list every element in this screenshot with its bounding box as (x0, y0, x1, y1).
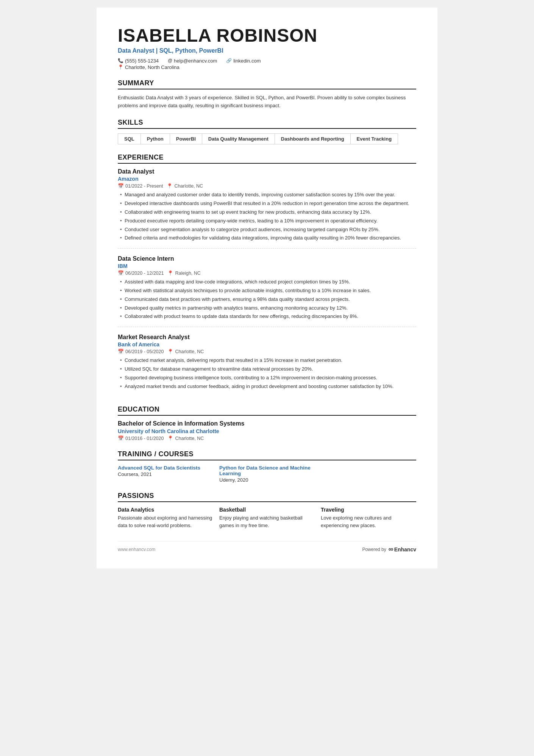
company-boa: Bank of America (118, 341, 416, 347)
location-icon-amazon: 📍 (167, 183, 173, 189)
training-title-1: Advanced SQL for Data Scientists (118, 465, 213, 471)
enhancv-logo-icon: ∞ (389, 545, 393, 553)
contact-row-1: 📞 (555) 555-1234 @ help@enhancv.com 🔗 li… (118, 58, 416, 64)
amazon-location: Charlotte, NC (174, 183, 203, 189)
skills-list: SQL Python PowerBI Data Quality Manageme… (118, 133, 398, 144)
training-item-1: Advanced SQL for Data Scientists Courser… (118, 465, 213, 483)
training-title-2: Python for Data Science and Machine Lear… (219, 465, 315, 476)
company-ibm: IBM (118, 263, 416, 269)
training-title: TRAINING / COURSES (118, 450, 416, 460)
job-amazon: Data Analyst Amazon 📅 01/2022 - Present … (118, 168, 416, 249)
ibm-bullet-2: Worked with statistical analysis techniq… (119, 287, 416, 295)
linkedin-url: linkedin.com (233, 58, 261, 64)
passions-title: PASSIONS (118, 492, 416, 502)
passion-text-1: Passionate about exploring and harnessin… (118, 514, 213, 529)
job-ibm: Data Science Intern IBM 📅 06/2020 - 12/2… (118, 255, 416, 327)
link-icon: 🔗 (226, 58, 232, 63)
amazon-bullet-4: Produced executive reports detailing com… (119, 217, 416, 225)
skill-event-tracking: Event Tracking (351, 134, 398, 144)
location-icon-boa: 📍 (167, 349, 173, 354)
training-section: TRAINING / COURSES Advanced SQL for Data… (118, 450, 416, 483)
location-text: Charlotte, North Carolina (125, 64, 180, 70)
boa-bullet-1: Conducted market analysis, delivering re… (119, 357, 416, 365)
amazon-bullet-5: Conducted user segmentation analysis to … (119, 226, 416, 234)
boa-bullet-2: Utilized SQL for database management to … (119, 365, 416, 373)
edu-date-range: 01/2016 - 01/2020 (125, 436, 164, 441)
job-boa: Market Research Analyst Bank of America … (118, 334, 416, 396)
job-dates-amazon: 📅 01/2022 - Present (118, 183, 163, 189)
job-meta-ibm: 📅 06/2020 - 12/2021 📍 Raleigh, NC (118, 270, 416, 276)
linkedin-contact[interactable]: 🔗 linkedin.com (226, 58, 261, 64)
training-item-2: Python for Data Science and Machine Lear… (219, 465, 315, 483)
training-provider-2: Udemy, 2020 (219, 477, 315, 483)
skills-title: SKILLS (118, 119, 416, 129)
amazon-bullet-2: Developed interactive dashboards using P… (119, 200, 416, 208)
job-location-ibm: 📍 Raleigh, NC (167, 270, 200, 276)
passion-text-2: Enjoy playing and watching basketball ga… (219, 514, 315, 529)
edu-school: University of North Carolina at Charlott… (118, 428, 416, 434)
job-title-boa: Market Research Analyst (118, 334, 416, 341)
edu-meta: 📅 01/2016 - 01/2020 📍 Charlotte, NC (118, 435, 416, 441)
powered-by-text: Powered by (362, 547, 386, 552)
amazon-bullet-6: Defined criteria and methodologies for v… (119, 234, 416, 242)
skill-powerbi: PowerBI (170, 134, 202, 144)
skill-dashboards: Dashboards and Reporting (275, 134, 351, 144)
passion-data-analytics: Data Analytics Passionate about explorin… (118, 507, 213, 529)
summary-title: SUMMARY (118, 79, 416, 89)
passions-grid: Data Analytics Passionate about explorin… (118, 507, 416, 529)
education-title: EDUCATION (118, 405, 416, 416)
resume-container: ISABELLA ROBINSON Data Analyst | SQL, Py… (97, 8, 437, 568)
job-title-ibm: Data Science Intern (118, 255, 416, 262)
skills-section: SKILLS SQL Python PowerBI Data Quality M… (118, 119, 416, 144)
amazon-bullets: Managed and analyzed customer order data… (118, 191, 416, 242)
amazon-bullet-1: Managed and analyzed customer order data… (119, 191, 416, 199)
passion-traveling: Traveling Love exploring new cultures an… (321, 507, 416, 529)
boa-location: Charlotte, NC (175, 349, 204, 354)
phone-icon: 📞 (118, 58, 123, 63)
phone-number: (555) 555-1234 (125, 58, 159, 64)
boa-bullets: Conducted market analysis, delivering re… (118, 357, 416, 390)
summary-section: SUMMARY Enthusiastic Data Analyst with 3… (118, 79, 416, 110)
footer-powered: Powered by ∞ Enhancv (362, 545, 416, 553)
candidate-title: Data Analyst | SQL, Python, PowerBI (118, 47, 416, 54)
calendar-icon: 📅 (118, 183, 124, 189)
job-location-boa: 📍 Charlotte, NC (167, 349, 204, 354)
skill-dqm: Data Quality Management (202, 134, 275, 144)
training-grid: Advanced SQL for Data Scientists Courser… (118, 465, 416, 483)
education-section: EDUCATION Bachelor of Science in Informa… (118, 405, 416, 441)
skill-python: Python (141, 134, 170, 144)
summary-text: Enthusiastic Data Analyst with 3 years o… (118, 94, 416, 110)
calendar-icon-boa: 📅 (118, 349, 124, 354)
header: ISABELLA ROBINSON Data Analyst | SQL, Py… (118, 26, 416, 70)
company-amazon: Amazon (118, 176, 416, 182)
job-location-amazon: 📍 Charlotte, NC (167, 183, 203, 189)
edu-location: 📍 Charlotte, NC (167, 435, 204, 441)
amazon-dates: 01/2022 - Present (125, 183, 163, 189)
ibm-bullets: Assisted with data mapping and low-code … (118, 278, 416, 321)
phone-contact: 📞 (555) 555-1234 (118, 58, 159, 64)
boa-bullet-3: Supported developing business intelligen… (119, 374, 416, 382)
experience-section: EXPERIENCE Data Analyst Amazon 📅 01/2022… (118, 153, 416, 396)
enhancv-logo: ∞ Enhancv (389, 545, 416, 553)
amazon-bullet-3: Collaborated with engineering teams to s… (119, 208, 416, 216)
edu-degree: Bachelor of Science in Information Syste… (118, 420, 416, 427)
enhancv-brand-name: Enhancv (394, 546, 416, 553)
passion-basketball: Basketball Enjoy playing and watching ba… (219, 507, 315, 529)
boa-dates: 06/2019 - 05/2020 (125, 349, 164, 354)
job-title-amazon: Data Analyst (118, 168, 416, 175)
contact-row-2: 📍 Charlotte, North Carolina (118, 64, 416, 70)
ibm-location: Raleigh, NC (175, 271, 200, 276)
email-contact: @ help@enhancv.com (168, 58, 217, 64)
calendar-icon-ibm: 📅 (118, 270, 124, 276)
experience-title: EXPERIENCE (118, 153, 416, 164)
job-meta-boa: 📅 06/2019 - 05/2020 📍 Charlotte, NC (118, 349, 416, 354)
boa-bullet-4: Analyzed market trends and customer feed… (119, 383, 416, 391)
location-icon: 📍 (118, 64, 123, 70)
job-dates-ibm: 📅 06/2020 - 12/2021 (118, 270, 164, 276)
calendar-icon-edu: 📅 (118, 435, 124, 441)
location-contact: 📍 Charlotte, North Carolina (118, 64, 180, 70)
ibm-bullet-1: Assisted with data mapping and low-code … (119, 278, 416, 286)
passion-title-2: Basketball (219, 507, 315, 513)
location-icon-ibm: 📍 (167, 270, 173, 276)
edu-location-text: Charlotte, NC (175, 436, 204, 441)
